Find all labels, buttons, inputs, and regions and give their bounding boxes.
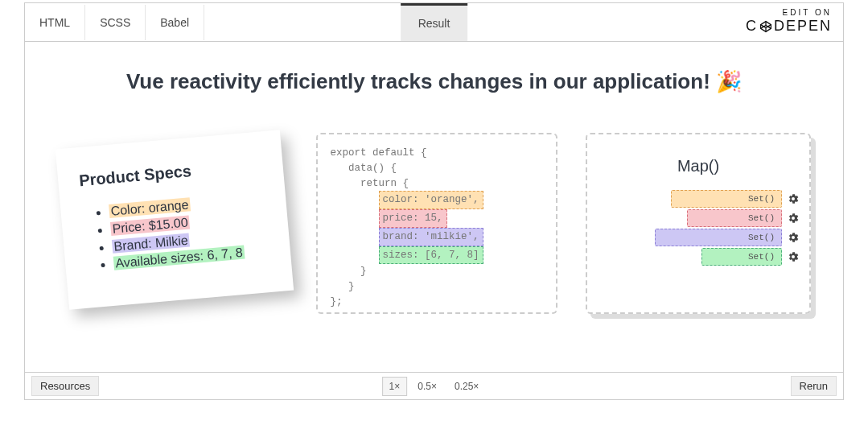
set-bar-color: Set()	[671, 190, 782, 208]
code-panel: export default { data() { return { color…	[316, 133, 557, 314]
tab-result[interactable]: Result	[401, 3, 468, 41]
tab-scss[interactable]: SCSS	[85, 5, 146, 40]
map-panel: Map() Set() Set() Set() Set()	[586, 133, 811, 314]
product-title: Product Specs	[78, 155, 262, 190]
product-list: Color: orange Price: $15.00 Brand: Milki…	[81, 190, 270, 275]
set-row: Set()	[597, 248, 800, 266]
tab-html[interactable]: HTML	[25, 5, 85, 40]
page-title: Vue reactivity efficiently tracks change…	[49, 69, 819, 94]
gear-icon	[787, 231, 800, 244]
resources-button[interactable]: Resources	[31, 376, 99, 396]
tab-babel[interactable]: Babel	[146, 5, 204, 40]
set-bar-sizes: Set()	[701, 248, 782, 266]
gear-icon	[787, 250, 800, 263]
topbar: HTML SCSS Babel Result EDIT ON C DEPEN	[25, 3, 843, 42]
tabs-left: HTML SCSS Babel	[25, 5, 204, 40]
panels-row: Product Specs Color: orange Price: $15.0…	[49, 133, 819, 314]
edit-on-codepen-link[interactable]: EDIT ON C DEPEN	[746, 8, 832, 35]
codepen-cube-icon	[759, 20, 772, 33]
gear-icon	[787, 192, 800, 205]
product-card: Product Specs Color: orange Price: $15.0…	[56, 130, 294, 310]
code-prop-sizes: sizes: [6, 7, 8]	[379, 246, 483, 265]
zoom-05x[interactable]: 0.5×	[410, 377, 444, 396]
code-prop-brand: brand: 'milkie',	[379, 228, 483, 246]
set-row: Set()	[597, 229, 800, 246]
zoom-025x[interactable]: 0.25×	[447, 377, 486, 396]
rerun-button[interactable]: Rerun	[791, 376, 837, 396]
gear-icon	[787, 212, 800, 225]
zoom-1x[interactable]: 1×	[382, 377, 408, 396]
zoom-group: 1× 0.5× 0.25×	[382, 377, 487, 396]
set-bar-price: Set()	[687, 209, 782, 227]
set-bar-brand: Set()	[655, 229, 782, 246]
set-row: Set()	[597, 190, 800, 208]
codepen-logo: C DEPEN	[746, 18, 832, 35]
code-prop-color: color: 'orange',	[379, 191, 483, 209]
set-row: Set()	[597, 209, 800, 227]
edit-on-label: EDIT ON	[746, 8, 832, 17]
bottombar: Resources 1× 0.5× 0.25× Rerun	[25, 372, 843, 399]
result-pane: Vue reactivity efficiently tracks change…	[25, 42, 843, 372]
map-title: Map()	[597, 157, 800, 175]
code-prop-price: price: 15,	[379, 209, 447, 228]
